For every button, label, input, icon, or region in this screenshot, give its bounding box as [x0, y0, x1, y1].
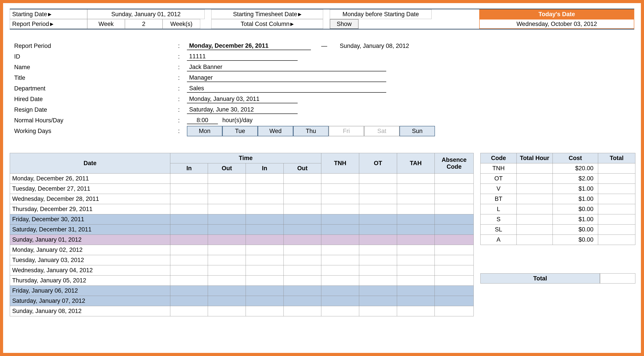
starting-timesheet-value[interactable]: Monday before Starting Date — [330, 9, 432, 19]
cell-input[interactable] — [397, 275, 435, 286]
cell-input[interactable] — [246, 235, 284, 245]
cell-input[interactable] — [321, 225, 359, 235]
cell-input[interactable] — [359, 174, 397, 184]
wd-sat[interactable]: Sat — [364, 126, 400, 136]
cell-cost[interactable]: $0.00 — [552, 235, 598, 245]
cell-total-hour[interactable] — [516, 204, 552, 214]
cell-input[interactable] — [246, 286, 284, 296]
cell-input[interactable] — [397, 265, 435, 275]
cell-input[interactable] — [170, 184, 208, 194]
wd-mon[interactable]: Mon — [187, 126, 222, 136]
cell-input[interactable] — [321, 214, 359, 225]
cell-input[interactable] — [170, 255, 208, 265]
cell-total-hour[interactable] — [516, 163, 552, 174]
wd-wed[interactable]: Wed — [258, 126, 293, 136]
cell-input[interactable] — [397, 174, 435, 184]
cell-input[interactable] — [397, 225, 435, 235]
cell-input[interactable] — [246, 194, 284, 204]
cell-input[interactable] — [397, 235, 435, 245]
cell-input[interactable] — [170, 214, 208, 225]
cell-total-hour[interactable] — [516, 235, 552, 245]
cell-input[interactable] — [284, 194, 321, 204]
cell-input[interactable] — [246, 184, 284, 194]
cell-input[interactable] — [208, 194, 246, 204]
cell-total-hour[interactable] — [516, 194, 552, 204]
cell-input[interactable] — [321, 184, 359, 194]
info-department-value[interactable]: Sales — [187, 85, 386, 93]
cell-input[interactable] — [435, 214, 474, 225]
info-title-value[interactable]: Manager — [187, 74, 386, 82]
cell-input[interactable] — [321, 265, 359, 275]
cell-input[interactable] — [246, 275, 284, 286]
cell-input[interactable] — [208, 174, 246, 184]
cell-input[interactable] — [246, 265, 284, 275]
cell-input[interactable] — [397, 204, 435, 214]
cell-input[interactable] — [284, 184, 321, 194]
cell-input[interactable] — [435, 174, 474, 184]
cell-input[interactable] — [208, 265, 246, 275]
cell-cost[interactable]: $1.00 — [552, 184, 598, 194]
cell-input[interactable] — [208, 255, 246, 265]
cell-total-hour[interactable] — [516, 225, 552, 235]
report-period-num[interactable]: 2 — [125, 19, 162, 29]
cell-input[interactable] — [284, 286, 321, 296]
cell-input[interactable] — [284, 306, 321, 316]
cell-input[interactable] — [246, 255, 284, 265]
wd-tue[interactable]: Tue — [222, 126, 258, 136]
cell-input[interactable] — [359, 275, 397, 286]
cell-cost[interactable]: $2.00 — [552, 174, 598, 184]
cell-input[interactable] — [208, 225, 246, 235]
cell-input[interactable] — [284, 296, 321, 306]
cell-input[interactable] — [397, 184, 435, 194]
cell-input[interactable] — [170, 306, 208, 316]
cell-input[interactable] — [321, 286, 359, 296]
info-hired-value[interactable]: Monday, January 03, 2011 — [187, 95, 298, 103]
cell-input[interactable] — [397, 255, 435, 265]
info-resign-value[interactable]: Saturday, June 30, 2012 — [187, 106, 298, 114]
cell-input[interactable] — [321, 194, 359, 204]
cell-input[interactable] — [208, 214, 246, 225]
cell-input[interactable] — [208, 296, 246, 306]
cell-input[interactable] — [284, 275, 321, 286]
cell-input[interactable] — [321, 275, 359, 286]
cell-input[interactable] — [359, 286, 397, 296]
cell-cost[interactable]: $1.00 — [552, 214, 598, 225]
cell-input[interactable] — [170, 275, 208, 286]
cell-total-hour[interactable] — [516, 214, 552, 225]
cell-input[interactable] — [246, 225, 284, 235]
cell-input[interactable] — [435, 286, 474, 296]
cell-input[interactable] — [284, 174, 321, 184]
cell-input[interactable] — [170, 235, 208, 245]
cell-input[interactable] — [397, 306, 435, 316]
cell-input[interactable] — [284, 255, 321, 265]
cell-input[interactable] — [321, 235, 359, 245]
cell-input[interactable] — [284, 245, 321, 255]
cell-input[interactable] — [435, 296, 474, 306]
show-button[interactable]: Show — [330, 19, 358, 29]
cell-input[interactable] — [284, 225, 321, 235]
cell-input[interactable] — [321, 204, 359, 214]
cell-input[interactable] — [170, 174, 208, 184]
cell-input[interactable] — [170, 286, 208, 296]
cell-input[interactable] — [170, 204, 208, 214]
cell-input[interactable] — [208, 245, 246, 255]
cell-input[interactable] — [208, 306, 246, 316]
cell-input[interactable] — [321, 255, 359, 265]
cell-input[interactable] — [321, 174, 359, 184]
cell-input[interactable] — [246, 214, 284, 225]
info-hours-value[interactable]: 8:00 — [187, 117, 218, 124]
starting-date-value[interactable]: Sunday, January 01, 2012 — [87, 9, 205, 19]
cell-input[interactable] — [321, 306, 359, 316]
cell-input[interactable] — [246, 245, 284, 255]
cell-input[interactable] — [435, 184, 474, 194]
cell-input[interactable] — [246, 204, 284, 214]
cell-input[interactable] — [435, 275, 474, 286]
cell-input[interactable] — [321, 245, 359, 255]
cell-input[interactable] — [321, 296, 359, 306]
cell-cost[interactable]: $1.00 — [552, 194, 598, 204]
cell-input[interactable] — [170, 194, 208, 204]
cell-input[interactable] — [359, 296, 397, 306]
cell-input[interactable] — [359, 255, 397, 265]
cell-input[interactable] — [170, 296, 208, 306]
cell-input[interactable] — [208, 235, 246, 245]
